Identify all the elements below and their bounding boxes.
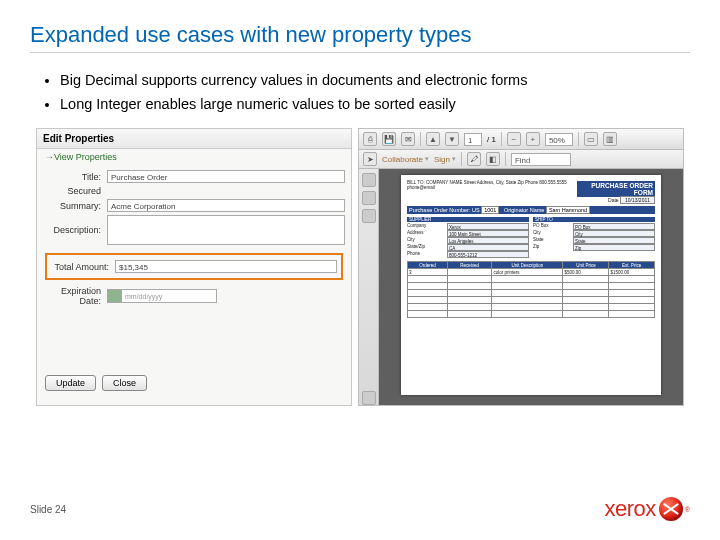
xerox-orb-icon	[659, 497, 683, 521]
highlight-icon[interactable]: 🖍	[467, 152, 481, 166]
shipto-section: SHIP TO	[533, 217, 655, 222]
pdf-viewer-panel: ⎙ 💾 ✉ ▲ ▼ 1 / 1 − + 50% ▭ ▥ ➤ Collaborat…	[358, 128, 684, 406]
bookmarks-icon[interactable]	[362, 191, 376, 205]
po-form-title: PURCHASE ORDER FORM	[577, 181, 655, 197]
po-number-field[interactable]: 1001	[481, 206, 499, 214]
pdf-document: BILL TO: COMPANY NAME Street Address, Ci…	[401, 175, 661, 395]
sidebar-tool-icon[interactable]	[362, 391, 376, 405]
shipto-zip[interactable]: Zip	[573, 244, 655, 251]
page-up-icon[interactable]: ▲	[426, 132, 440, 146]
summary-input[interactable]: Acme Corporation	[107, 199, 345, 212]
collaborate-menu[interactable]: Collaborate	[382, 155, 429, 164]
title-input[interactable]: Purchase Order	[107, 170, 345, 183]
page-total: / 1	[487, 135, 496, 144]
item-received[interactable]	[447, 269, 491, 276]
table-row	[408, 283, 655, 290]
registered-mark: ®	[685, 506, 690, 513]
shipto-pobox[interactable]: PO Box	[573, 223, 655, 230]
save-icon[interactable]: 💾	[382, 132, 396, 146]
shipto-city[interactable]: City	[573, 230, 655, 237]
close-button[interactable]: Close	[102, 375, 147, 391]
expiration-label: Expiration Date:	[43, 286, 107, 306]
zoom-in-icon[interactable]: +	[526, 132, 540, 146]
po-date-field[interactable]: 10/13/2011	[620, 196, 655, 204]
table-row	[408, 311, 655, 318]
zoom-input[interactable]: 50%	[545, 133, 573, 146]
col-ordered: Ordered	[408, 262, 448, 269]
originator-label: Originator Name	[504, 207, 544, 213]
po-bill-to: BILL TO: COMPANY NAME Street Address, Ci…	[407, 181, 577, 191]
title-underline	[30, 52, 690, 53]
table-row	[408, 276, 655, 283]
mail-icon[interactable]: ✉	[401, 132, 415, 146]
originator-field[interactable]: Sam Hammond	[546, 206, 590, 214]
slide-title: Expanded use cases with new property typ…	[0, 0, 720, 52]
table-row	[408, 290, 655, 297]
item-ext[interactable]: $1500.00	[609, 269, 655, 276]
summary-label: Summary:	[43, 201, 107, 211]
shapes-icon[interactable]: ◧	[486, 152, 500, 166]
panel-header: Edit Properties	[37, 129, 351, 149]
secured-label: Secured	[43, 186, 107, 196]
pdf-toolbar-secondary: ➤ Collaborate Sign 🖍 ◧ Find	[359, 150, 683, 169]
total-amount-label: Total Amount:	[51, 262, 115, 272]
title-label: Title:	[43, 172, 107, 182]
col-desc: Unit Description	[492, 262, 563, 269]
pdf-canvas[interactable]: BILL TO: COMPANY NAME Street Address, Ci…	[379, 169, 683, 405]
xerox-logo: xerox ®	[605, 496, 690, 522]
total-amount-input[interactable]: $15,345	[115, 260, 337, 273]
pdf-toolbar-primary: ⎙ 💾 ✉ ▲ ▼ 1 / 1 − + 50% ▭ ▥	[359, 129, 683, 150]
pointer-icon[interactable]: ➤	[363, 152, 377, 166]
description-input[interactable]	[107, 215, 345, 245]
supplier-company[interactable]: Xerox	[447, 223, 529, 230]
total-amount-highlight: Total Amount: $15,345	[45, 253, 343, 280]
zoom-out-icon[interactable]: −	[507, 132, 521, 146]
thumbnails-icon[interactable]	[362, 173, 376, 187]
print-icon[interactable]: ⎙	[363, 132, 377, 146]
description-label: Description:	[43, 225, 107, 235]
page-number-input[interactable]: 1	[464, 133, 482, 146]
page-down-icon[interactable]: ▼	[445, 132, 459, 146]
col-ext: Ext. Price	[609, 262, 655, 269]
item-unit[interactable]: $500.00	[563, 269, 609, 276]
tool-icon[interactable]: ▭	[584, 132, 598, 146]
attachments-icon[interactable]	[362, 209, 376, 223]
expiration-date-input[interactable]: mm/dd/yyyy	[107, 289, 217, 303]
table-row	[408, 297, 655, 304]
table-row: 3 color printers $500.00 $1500.00	[408, 269, 655, 276]
slide-number: Slide 24	[30, 504, 66, 515]
tool-icon[interactable]: ▥	[603, 132, 617, 146]
find-input[interactable]: Find	[511, 153, 571, 166]
view-properties-link[interactable]: →View Properties	[37, 149, 351, 165]
bullet-list: Big Decimal supports currency values in …	[60, 71, 684, 114]
po-date-label: Date	[608, 197, 619, 203]
calendar-icon[interactable]	[108, 290, 122, 302]
shipto-state[interactable]: State	[573, 237, 655, 244]
date-placeholder: mm/dd/yyyy	[125, 293, 162, 300]
edit-properties-panel: Edit Properties →View Properties Title: …	[36, 128, 352, 406]
supplier-state[interactable]: CA	[447, 244, 529, 251]
xerox-wordmark: xerox	[605, 496, 656, 522]
sign-menu[interactable]: Sign	[434, 155, 456, 164]
item-desc[interactable]: color printers	[492, 269, 563, 276]
supplier-address[interactable]: 100 Main Street	[447, 230, 529, 237]
supplier-phone[interactable]: 800-555-1212	[447, 251, 529, 258]
bullet-item: Big Decimal supports currency values in …	[60, 71, 684, 91]
supplier-city[interactable]: Los Angeles	[447, 237, 529, 244]
col-unit: Unit Price	[563, 262, 609, 269]
item-ordered[interactable]: 3	[408, 269, 448, 276]
bullet-item: Long Integer enables large numeric value…	[60, 95, 684, 115]
po-number-label: Purchase Order Number: US	[409, 207, 480, 213]
supplier-section: SUPPLIER	[407, 217, 529, 222]
table-row	[408, 304, 655, 311]
update-button[interactable]: Update	[45, 375, 96, 391]
pdf-sidebar	[359, 169, 379, 405]
po-items-table: Ordered Received Unit Description Unit P…	[407, 261, 655, 318]
col-received: Received	[447, 262, 491, 269]
